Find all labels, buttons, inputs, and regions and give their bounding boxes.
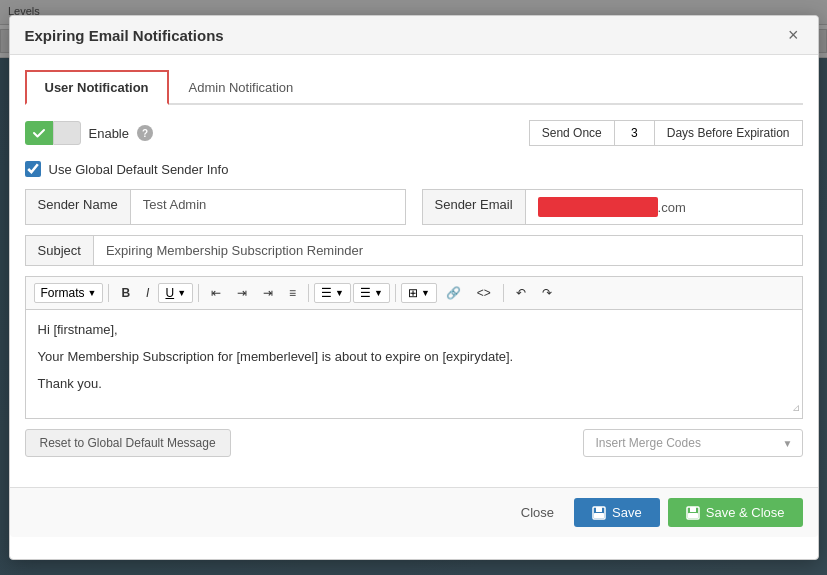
subject-label: Subject [26,236,94,265]
save-icon [592,506,606,520]
editor-area[interactable]: Hi [firstname], Your Membership Subscrip… [25,309,803,419]
merge-codes-select[interactable]: Insert Merge Codes [583,429,803,457]
ordered-list-icon: ☰ [321,286,332,300]
ol-arrow-icon: ▼ [335,288,344,298]
sender-row-container: Sender Name Test Admin Sender Email .com [25,189,803,225]
unordered-list-icon: ☰ [360,286,371,300]
italic-button[interactable]: I [139,282,156,304]
save-button[interactable]: Save [574,498,660,527]
underline-dropdown[interactable]: U ▼ [158,283,193,303]
table-arrow-icon: ▼ [421,288,430,298]
svg-rect-5 [688,513,698,518]
send-options: Send Once Days Before Expiration [529,120,803,146]
unordered-list-dropdown[interactable]: ☰ ▼ [353,283,390,303]
reset-button[interactable]: Reset to Global Default Message [25,429,231,457]
days-before-button[interactable]: Days Before Expiration [655,120,803,146]
toolbar-separator-1 [108,284,109,302]
modal-footer: Close Save Save & Close [10,487,818,537]
ordered-list-dropdown[interactable]: ☰ ▼ [314,283,351,303]
days-input[interactable] [615,120,655,146]
redo-button[interactable]: ↷ [535,282,559,304]
align-left-button[interactable]: ⇤ [204,282,228,304]
enable-row: Enable ? Send Once Days Before Expiratio… [25,120,803,146]
footer-actions: Reset to Global Default Message Insert M… [25,429,803,457]
toolbar-separator-2 [198,284,199,302]
editor-line-2: Your Membership Subscription for [member… [38,347,790,368]
underline-label: U [165,286,174,300]
sender-name-value: Test Admin [131,190,405,224]
enable-label: Enable [89,126,129,141]
sender-name-block: Sender Name Test Admin [25,189,406,225]
undo-button[interactable]: ↶ [509,282,533,304]
svg-rect-2 [594,513,604,518]
align-center-button[interactable]: ⇥ [230,282,254,304]
save-close-button[interactable]: Save & Close [668,498,803,527]
editor-line-1: Hi [firstname], [38,320,790,341]
subject-row: Subject Expiring Membership Subscription… [25,235,803,266]
bold-button[interactable]: B [114,282,137,304]
save-label: Save [612,505,642,520]
align-right-button[interactable]: ⇥ [256,282,280,304]
editor-line-3: Thank you. [38,374,790,395]
toggle-on [25,121,53,145]
use-global-checkbox-row: Use Global Default Sender Info [25,161,803,177]
align-justify-button[interactable]: ≡ [282,282,303,304]
enable-toggle[interactable] [25,121,81,145]
ul-arrow-icon: ▼ [374,288,383,298]
source-button[interactable]: <> [470,282,498,304]
sender-email-block: Sender Email .com [422,189,803,225]
modal-close-button[interactable]: × [784,26,803,44]
editor-resize-handle[interactable]: ⊿ [792,400,800,416]
close-button[interactable]: Close [509,499,566,526]
table-icon: ⊞ [408,286,418,300]
use-global-label: Use Global Default Sender Info [49,162,229,177]
modal-body: User Notification Admin Notification Ena… [10,55,818,487]
modal-header: Expiring Email Notifications × [10,16,818,55]
formats-arrow-icon: ▼ [88,288,97,298]
help-icon[interactable]: ? [137,125,153,141]
use-global-checkbox[interactable] [25,161,41,177]
svg-rect-4 [690,507,696,512]
save-close-icon [686,506,700,520]
sender-email-value: .com [526,190,802,224]
toolbar-separator-3 [308,284,309,302]
svg-rect-1 [596,507,602,512]
enable-left: Enable ? [25,121,153,145]
toolbar-separator-4 [395,284,396,302]
sender-email-label: Sender Email [423,190,526,224]
table-dropdown[interactable]: ⊞ ▼ [401,283,437,303]
send-once-button[interactable]: Send Once [529,120,615,146]
expiring-email-modal: Expiring Email Notifications × User Noti… [9,15,819,560]
tabs-container: User Notification Admin Notification [25,70,803,105]
formats-label: Formats [41,286,85,300]
link-button[interactable]: 🔗 [439,282,468,304]
sender-email-suffix: .com [658,200,686,215]
toolbar-separator-5 [503,284,504,302]
underline-arrow-icon: ▼ [177,288,186,298]
formats-dropdown[interactable]: Formats ▼ [34,283,104,303]
tab-user-notification[interactable]: User Notification [25,70,169,105]
subject-value: Expiring Membership Subscription Reminde… [94,236,802,265]
sender-email-redacted [538,197,658,217]
merge-codes-wrap: Insert Merge Codes ▼ [583,429,803,457]
modal-title: Expiring Email Notifications [25,27,224,44]
toggle-off [53,121,81,145]
tab-admin-notification[interactable]: Admin Notification [169,70,314,105]
sender-name-label: Sender Name [26,190,131,224]
save-close-label: Save & Close [706,505,785,520]
editor-toolbar: Formats ▼ B I U ▼ ⇤ ⇥ ⇥ ≡ ☰ ▼ [25,276,803,309]
